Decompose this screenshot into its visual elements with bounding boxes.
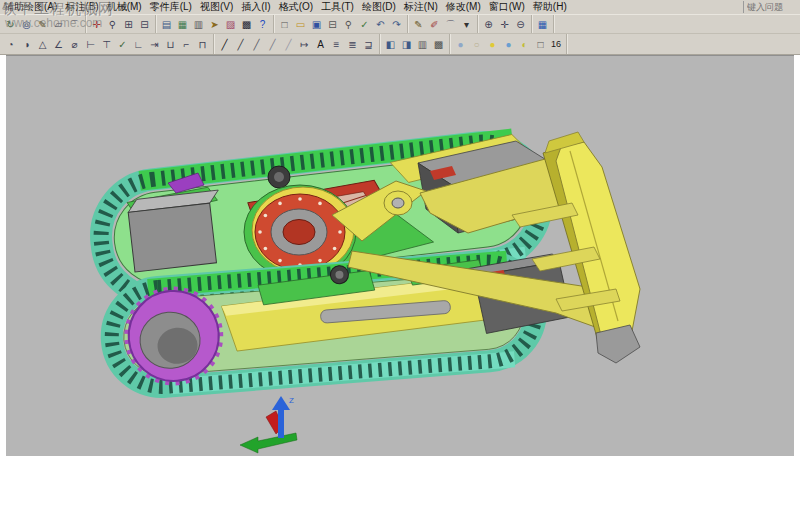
toolbar-group: ◔◑△∠⌀⊢⊤✓∟⇥⊔⌐⊓	[0, 34, 214, 54]
plane-icon[interactable]: ▱	[51, 17, 66, 32]
plot-preview-icon[interactable]: ⚲	[341, 17, 356, 32]
dim-radius-icon[interactable]: ⌐	[179, 37, 194, 52]
menu-item-12[interactable]: 帮助(H)	[529, 0, 571, 14]
properties-icon[interactable]: ▥	[191, 17, 206, 32]
open-file-icon[interactable]: ▭	[293, 17, 308, 32]
hide-view-icon[interactable]: ▥	[415, 37, 430, 52]
line-thick-icon[interactable]: ╱	[217, 37, 232, 52]
spelling-icon[interactable]: ✓	[357, 17, 372, 32]
angle-tool-icon[interactable]: ∠	[51, 37, 66, 52]
dim-horizontal-icon[interactable]: ⊢	[83, 37, 98, 52]
question-input[interactable]	[747, 2, 799, 13]
palette-icon[interactable]: ▨	[223, 17, 238, 32]
render-view-icon[interactable]: ▩	[431, 37, 446, 52]
table-icon[interactable]: ▦	[535, 17, 550, 32]
toolbar-group: ✛⚲⊞⊟	[86, 15, 156, 34]
menu-item-0[interactable]: 辅助绘图(A)	[0, 0, 61, 14]
scene-box-icon[interactable]: □	[533, 37, 548, 52]
menu-bar: 辅助绘图(A)标注(B)机械(M)零件库(L)视图(V)插入(I)格式(O)工具…	[0, 0, 800, 14]
plot-icon[interactable]: ⊟	[325, 17, 340, 32]
toolbar-group: ▤▦▥➤▨▩?	[156, 15, 274, 34]
align-box-icon[interactable]: ⊒	[361, 37, 376, 52]
toolbar-group: ↻◎✎▱⌒	[0, 15, 86, 34]
diameter-tool-icon[interactable]: ⌀	[67, 37, 82, 52]
pan-realtime-icon[interactable]: ✛	[89, 17, 104, 32]
axis-x-arrow	[240, 433, 297, 453]
menu-item-8[interactable]: 绘图(D)	[358, 0, 400, 14]
zoom-out-icon[interactable]: ⊖	[513, 17, 528, 32]
triangle-tool-icon[interactable]: △	[35, 37, 50, 52]
toolbar-group: □▭▣⊟⚲✓↶↷	[274, 15, 408, 34]
new-file-icon[interactable]: □	[277, 17, 292, 32]
arc-icon[interactable]: ⌒	[67, 17, 82, 32]
redo-icon[interactable]: ↷	[389, 17, 404, 32]
model-canvas: Z	[6, 56, 794, 456]
render-sphere-icon[interactable]: ●	[453, 37, 468, 52]
shade-view-icon[interactable]: ◧	[383, 37, 398, 52]
dim-vertical-icon[interactable]: ⊤	[99, 37, 114, 52]
axis-z-arrow	[272, 396, 290, 410]
zoom-in-icon[interactable]: ⊕	[481, 17, 496, 32]
toolbar-group: ⊕✛⊖	[478, 15, 532, 34]
spline-icon[interactable]: ⌒	[443, 17, 458, 32]
command-question-box	[743, 1, 799, 13]
align-middle-icon[interactable]: ≣	[345, 37, 360, 52]
orbit-icon[interactable]: ↻	[3, 17, 18, 32]
line-center-icon[interactable]: ╱	[281, 37, 296, 52]
line-dashed-icon[interactable]: ╱	[265, 37, 280, 52]
menu-item-10[interactable]: 修改(M)	[442, 0, 485, 14]
help-icon[interactable]: ?	[255, 17, 270, 32]
circle-tool-icon[interactable]: ◔	[3, 37, 18, 52]
toolbar-group: ▦	[532, 15, 554, 34]
dim-angle-icon[interactable]: ∟	[131, 37, 146, 52]
zoom-window-icon[interactable]: ⊞	[121, 17, 136, 32]
undo-icon[interactable]: ↶	[373, 17, 388, 32]
axis-z-label: Z	[289, 396, 294, 405]
toolbar-draw-render: ◔◑△∠⌀⊢⊤✓∟⇥⊔⌐⊓╱╱╱╱╱↦A≡≣⊒◧◨▥▩●○●●◐□16	[0, 33, 800, 55]
gearbox-housing	[128, 203, 216, 272]
datum-icon[interactable]: ⊔	[163, 37, 178, 52]
leader-tool-icon[interactable]: ⇥	[147, 37, 162, 52]
zoom-previous-icon[interactable]: ⊟	[137, 17, 152, 32]
light-on-icon[interactable]: ●	[485, 37, 500, 52]
leader-line-icon[interactable]: ↦	[297, 37, 312, 52]
line-thin-icon[interactable]: ╱	[249, 37, 264, 52]
background-light-icon[interactable]: ◐	[517, 37, 532, 52]
check-tool-icon[interactable]: ✓	[115, 37, 130, 52]
select-icon[interactable]: ◎	[19, 17, 34, 32]
calculator-icon[interactable]: ▩	[239, 17, 254, 32]
dim-chain-icon[interactable]: ⊓	[195, 37, 210, 52]
menu-item-11[interactable]: 窗口(W)	[485, 0, 529, 14]
publish-icon[interactable]: ➤	[207, 17, 222, 32]
top-roller	[268, 166, 290, 188]
layer-manager-icon[interactable]: ▤	[159, 17, 174, 32]
menu-item-7[interactable]: 工具(T)	[317, 0, 358, 14]
text-tool-icon[interactable]: A	[313, 37, 328, 52]
app-window: 辅助绘图(A)标注(B)机械(M)零件库(L)视图(V)插入(I)格式(O)工具…	[0, 0, 800, 514]
viewport-3d[interactable]: Z	[6, 55, 794, 456]
toolbar-group: ╱╱╱╱╱↦A≡≣⊒	[214, 34, 380, 54]
menu-item-5[interactable]: 插入(I)	[237, 0, 274, 14]
menu-item-4[interactable]: 视图(V)	[196, 0, 237, 14]
save-file-icon[interactable]: ▣	[309, 17, 324, 32]
dropdown-arrow-icon[interactable]: ▾	[459, 17, 474, 32]
menu-item-3[interactable]: 零件库(L)	[146, 0, 196, 14]
pan-view-icon[interactable]: ✛	[497, 17, 512, 32]
arc-tool-icon[interactable]: ◑	[19, 37, 34, 52]
zoom-realtime-icon[interactable]: ⚲	[105, 17, 120, 32]
brush-icon[interactable]: ✐	[427, 17, 442, 32]
toolbar-group: ●○●●◐□16	[450, 34, 567, 54]
toolbar-group: ✎✐⌒▾	[408, 15, 478, 34]
line-medium-icon[interactable]: ╱	[233, 37, 248, 52]
light-bulb-icon[interactable]: ○	[469, 37, 484, 52]
menu-item-6[interactable]: 格式(O)	[275, 0, 317, 14]
menu-item-2[interactable]: 机械(M)	[103, 0, 146, 14]
menu-item-1[interactable]: 标注(B)	[61, 0, 102, 14]
material-ball-icon[interactable]: ●	[501, 37, 516, 52]
menu-item-9[interactable]: 标注(N)	[400, 0, 442, 14]
wireframe-view-icon[interactable]: ◨	[399, 37, 414, 52]
pencil-icon[interactable]: ✎	[411, 17, 426, 32]
sketch-icon[interactable]: ✎	[35, 17, 50, 32]
named-views-icon[interactable]: ▦	[175, 17, 190, 32]
align-top-icon[interactable]: ≡	[329, 37, 344, 52]
